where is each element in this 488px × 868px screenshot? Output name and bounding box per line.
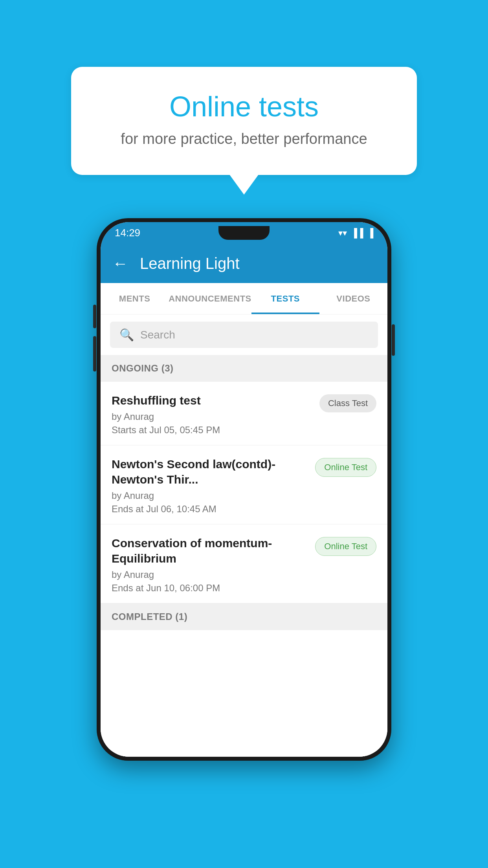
- app-title: Learning Light: [140, 255, 240, 272]
- test-title: Newton's Second law(contd)-Newton's Thir…: [112, 456, 309, 487]
- status-icons: ▾▾ ▐▐ ▐: [338, 228, 373, 238]
- volume-down-button: [93, 336, 96, 371]
- bubble-title: Online tests: [103, 90, 385, 123]
- search-input[interactable]: 🔍 Search: [110, 322, 378, 348]
- search-container: 🔍 Search: [101, 314, 387, 355]
- test-badge-class: Class Test: [319, 394, 376, 412]
- ongoing-section-header: ONGOING (3): [101, 355, 387, 382]
- test-item[interactable]: Conservation of momentum-Equilibrium by …: [101, 524, 387, 603]
- completed-section-header: COMPLETED (1): [101, 603, 387, 630]
- wifi-icon: ▾▾: [338, 228, 347, 238]
- test-title: Conservation of momentum-Equilibrium: [112, 535, 309, 566]
- test-list: Reshuffling test by Anurag Starts at Jul…: [101, 382, 387, 757]
- status-time: 14:29: [115, 227, 140, 239]
- phone-mockup: 14:29 ▾▾ ▐▐ ▐ ← Learning Light MENTS ANN…: [97, 218, 391, 761]
- test-date: Ends at Jun 10, 06:00 PM: [112, 583, 309, 594]
- battery-icon: ▐: [367, 228, 373, 238]
- content-area: 🔍 Search ONGOING (3) Reshuffling test by…: [101, 314, 387, 757]
- volume-up-button: [93, 305, 96, 328]
- search-icon: 🔍: [119, 328, 134, 342]
- app-bar: ← Learning Light: [101, 244, 387, 283]
- test-badge-online: Online Test: [315, 537, 376, 556]
- phone-frame: 14:29 ▾▾ ▐▐ ▐ ← Learning Light MENTS ANN…: [97, 218, 391, 761]
- back-button[interactable]: ←: [112, 255, 128, 272]
- test-badge-online: Online Test: [315, 458, 376, 477]
- test-info: Conservation of momentum-Equilibrium by …: [112, 535, 309, 594]
- test-date: Starts at Jul 05, 05:45 PM: [112, 425, 313, 436]
- tab-tests[interactable]: TESTS: [251, 283, 319, 314]
- tabs-bar: MENTS ANNOUNCEMENTS TESTS VIDEOS: [101, 283, 387, 314]
- test-date: Ends at Jul 06, 10:45 AM: [112, 504, 309, 515]
- tab-videos[interactable]: VIDEOS: [319, 283, 387, 314]
- phone-notch: [218, 226, 270, 240]
- test-title: Reshuffling test: [112, 393, 313, 408]
- bubble-subtitle: for more practice, better performance: [103, 131, 385, 147]
- search-placeholder: Search: [140, 329, 175, 341]
- test-item[interactable]: Newton's Second law(contd)-Newton's Thir…: [101, 445, 387, 524]
- phone-screen: 14:29 ▾▾ ▐▐ ▐ ← Learning Light MENTS ANN…: [101, 222, 387, 757]
- test-info: Reshuffling test by Anurag Starts at Jul…: [112, 393, 313, 436]
- test-info: Newton's Second law(contd)-Newton's Thir…: [112, 456, 309, 515]
- tab-ments[interactable]: MENTS: [101, 283, 169, 314]
- completed-label: COMPLETED (1): [112, 611, 187, 622]
- tab-announcements[interactable]: ANNOUNCEMENTS: [169, 283, 251, 314]
- test-author: by Anurag: [112, 490, 309, 501]
- test-author: by Anurag: [112, 569, 309, 580]
- signal-icon: ▐▐: [351, 228, 363, 238]
- promo-bubble: Online tests for more practice, better p…: [71, 67, 417, 175]
- test-author: by Anurag: [112, 411, 313, 422]
- ongoing-label: ONGOING (3): [112, 363, 174, 373]
- test-item[interactable]: Reshuffling test by Anurag Starts at Jul…: [101, 382, 387, 445]
- power-button: [392, 324, 395, 356]
